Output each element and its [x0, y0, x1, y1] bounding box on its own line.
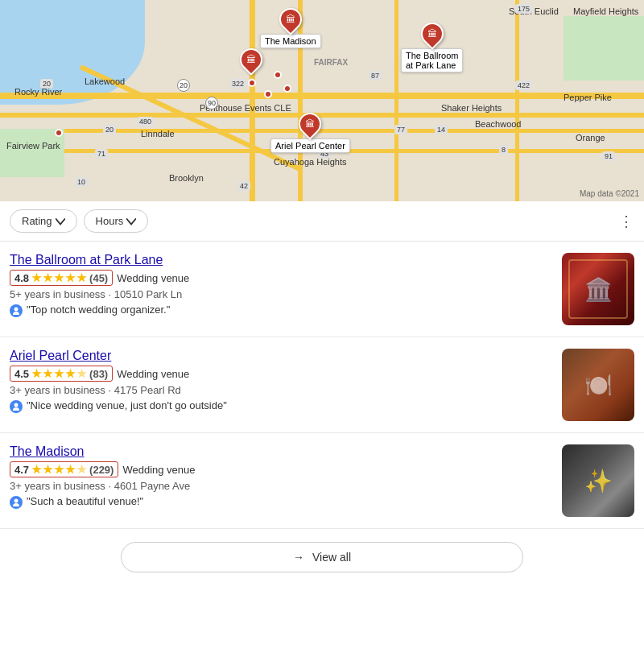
review-count-ariel: (83)	[89, 368, 108, 380]
rating-row-madison: 4.7 ★ ★ ★ ★ ★ (229) Wedding venue	[10, 461, 552, 477]
map-label-cuyahoga: Cuyahoga Heights	[274, 157, 347, 167]
map-label-fairfax: FAIRFAX	[314, 58, 348, 67]
listings-container: The Ballroom at Park Lane 4.8 ★ ★ ★ ★ ★ …	[0, 242, 644, 529]
map-section[interactable]: Lakewood Rocky River Fairview Park Linnd…	[0, 0, 644, 201]
rating-filter-label: Rating	[22, 215, 52, 227]
listing-type-madison: Wedding venue	[122, 464, 195, 476]
listing-card-madison[interactable]: The Madison 4.7 ★ ★ ★ ★ ★ (229) Wedding …	[0, 433, 644, 529]
review-count-madison: (229)	[89, 464, 114, 476]
map-park	[564, 16, 644, 81]
review-count-ballroom: (45)	[89, 272, 108, 284]
map-park	[0, 129, 64, 177]
map-label-beachwood: Beachwood	[475, 119, 522, 129]
map-road	[515, 0, 519, 201]
listing-thumb-ariel[interactable]	[562, 349, 634, 421]
stars-ballroom: ★ ★ ★ ★ ★	[31, 271, 87, 284]
map-label-mayfieldheights: Mayfield Heights	[573, 6, 638, 16]
map-road	[0, 93, 644, 99]
rating-row-ballroom: 4.8 ★ ★ ★ ★ ★ (45) Wedding venue	[10, 270, 552, 286]
listing-thumb-ballroom[interactable]	[562, 253, 634, 325]
star3: ★	[54, 271, 64, 284]
listing-meta-madison: 3+ years in business · 4601 Payne Ave	[10, 480, 552, 492]
star1: ★	[31, 271, 42, 284]
map-label-rockyriver: Rocky River	[14, 87, 62, 97]
map-dot	[248, 79, 256, 87]
map-dot	[274, 71, 282, 79]
rating-box-ariel: 4.5 ★ ★ ★ ★ ★ (83)	[10, 366, 113, 382]
map-pin-madison[interactable]: 🏛 The Madison	[260, 8, 321, 48]
route-322: 322	[229, 79, 246, 89]
view-all-arrow: →	[293, 551, 304, 564]
map-dot	[283, 85, 291, 93]
stars-madison: ★ ★ ★ ★ ★	[31, 463, 87, 476]
user-icon-madison	[10, 496, 23, 509]
rating-box-ballroom: 4.8 ★ ★ ★ ★ ★ (45)	[10, 270, 113, 286]
listing-name-madison[interactable]: The Madison	[10, 444, 552, 459]
listing-review-ballroom: "Top notch wedding organizer."	[10, 304, 552, 317]
map-pin-ballroom[interactable]: 🏛 The Ballroomat Park Lane	[401, 23, 463, 72]
star1: ★	[31, 367, 42, 380]
map-road	[250, 0, 255, 201]
star5: ★	[76, 271, 87, 284]
listing-review-madison: "Such a beautiful venue!"	[10, 495, 552, 509]
route-10: 10	[75, 177, 88, 187]
star2: ★	[43, 367, 53, 380]
review-text-madison: "Such a beautiful venue!"	[27, 495, 143, 507]
listing-meta-ballroom: 5+ years in business · 10510 Park Ln	[10, 288, 552, 300]
rating-value-ariel: 4.5	[14, 368, 29, 380]
map-label-shakerhts: Shaker Heights	[441, 103, 502, 113]
hours-filter-button[interactable]: Hours	[84, 209, 149, 233]
route-8: 8	[499, 145, 508, 155]
listing-type-ariel: Wedding venue	[117, 368, 189, 380]
star4: ★	[65, 367, 76, 380]
listing-info-madison: The Madison 4.7 ★ ★ ★ ★ ★ (229) Wedding …	[10, 444, 552, 509]
listing-info-ballroom: The Ballroom at Park Lane 4.8 ★ ★ ★ ★ ★ …	[10, 253, 552, 317]
star5-half: ★	[76, 367, 87, 380]
svg-point-1	[14, 403, 19, 407]
map-label-linndale: Linndale	[141, 129, 175, 138]
rating-value-ballroom: 4.8	[14, 272, 29, 284]
user-icon-ballroom	[10, 304, 23, 317]
rating-box-madison: 4.7 ★ ★ ★ ★ ★ (229)	[10, 461, 118, 477]
pin-bubble-ariel: 🏛	[295, 108, 327, 140]
listing-card-ariel[interactable]: Ariel Pearl Center 4.5 ★ ★ ★ ★ ★ (83) We…	[0, 337, 644, 433]
hours-filter-label: Hours	[96, 215, 124, 227]
route-77: 77	[394, 125, 407, 134]
route-20c: 20	[40, 79, 53, 89]
star3: ★	[54, 463, 64, 476]
pin-bubble-ballroom: 🏛	[416, 18, 448, 50]
map-road	[394, 0, 398, 201]
rating-value-madison: 4.7	[14, 464, 29, 476]
rating-filter-button[interactable]: Rating	[10, 209, 77, 233]
route-87: 87	[369, 71, 382, 81]
stars-ariel: ★ ★ ★ ★ ★	[31, 367, 87, 380]
map-pin-penthouse[interactable]: 🏛	[240, 48, 262, 71]
route-422: 422	[515, 81, 532, 90]
view-all-section: → View all	[0, 529, 644, 585]
map-dot	[55, 129, 63, 137]
map-copyright: Map data ©2021	[580, 189, 639, 198]
pin-label-ariel: Ariel Pearl Center	[270, 138, 350, 153]
map-dot	[264, 90, 272, 98]
star2: ★	[43, 463, 53, 476]
route-480: 480	[137, 117, 154, 126]
listing-thumb-madison[interactable]	[562, 444, 634, 517]
listing-name-ballroom[interactable]: The Ballroom at Park Lane	[10, 253, 552, 267]
review-text-ariel: "Nice wedding venue, just don't go outsi…	[27, 399, 227, 411]
map-label-fairviewpark: Fairview Park	[6, 141, 60, 151]
view-all-label: View all	[312, 551, 351, 564]
star5-half: ★	[76, 463, 87, 476]
more-options-button[interactable]: ⋮	[619, 213, 634, 230]
listing-type-ballroom: Wedding venue	[117, 272, 189, 284]
listing-meta-ariel: 3+ years in business · 4175 Pearl Rd	[10, 384, 552, 396]
review-text-ballroom: "Top notch wedding organizer."	[27, 304, 170, 316]
map-pin-ariel[interactable]: 🏛 Ariel Pearl Center	[270, 113, 350, 153]
view-all-button[interactable]: → View all	[121, 542, 523, 572]
map-label-pepperpike: Pepper Pike	[564, 93, 612, 102]
listing-card-ballroom[interactable]: The Ballroom at Park Lane 4.8 ★ ★ ★ ★ ★ …	[0, 242, 644, 337]
route-20b: 20	[103, 125, 116, 134]
listing-name-ariel[interactable]: Ariel Pearl Center	[10, 349, 552, 363]
filter-bar: Rating Hours ⋮	[0, 201, 644, 242]
listing-info-ariel: Ariel Pearl Center 4.5 ★ ★ ★ ★ ★ (83) We…	[10, 349, 552, 413]
map-label-brooklyn: Brooklyn	[169, 173, 204, 183]
